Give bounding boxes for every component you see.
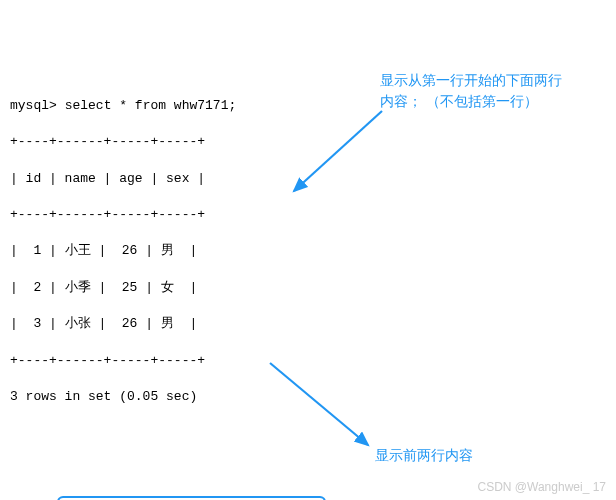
q1-sql: select * from whw7171; [65, 98, 237, 113]
annotation-1: 显示从第一行开始的下面两行 内容； （不包括第一行） [380, 70, 600, 112]
watermark: CSDN @Wanghwei_ 17 [478, 479, 606, 496]
annotation-2-text: 显示前两行内容 [375, 447, 473, 463]
q1-status: 3 rows in set (0.05 sec) [10, 388, 606, 406]
q1-head: | id | name | age | sex | [10, 170, 606, 188]
q1-row2: | 2 | 小季 | 25 | 女 | [10, 279, 606, 297]
annotation-2: 显示前两行内容 [375, 445, 473, 466]
q1-prompt: mysql> [10, 98, 57, 113]
annotation-1-line1: 显示从第一行开始的下面两行 [380, 70, 600, 91]
q1-row3: | 3 | 小张 | 26 | 男 | [10, 315, 606, 333]
q1-sep2: +----+------+-----+-----+ [10, 206, 606, 224]
q1-sep3: +----+------+-----+-----+ [10, 352, 606, 370]
annotation-1-line2: 内容； （不包括第一行） [380, 91, 600, 112]
q2-sql-highlight: select * from whw7171 limit 1,2; [57, 496, 326, 500]
q1-sep1: +----+------+-----+-----+ [10, 133, 606, 151]
q1-row1: | 1 | 小王 | 26 | 男 | [10, 242, 606, 260]
blank1 [10, 424, 606, 442]
